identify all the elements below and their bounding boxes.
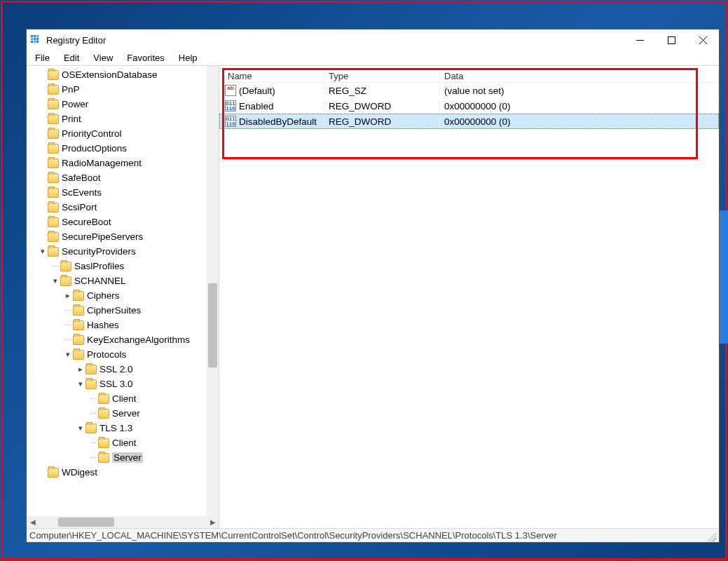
column-name[interactable]: Name (219, 71, 324, 81)
folder-icon (48, 217, 59, 227)
folder-icon (85, 365, 97, 374)
tree-item[interactable]: ▾SSL 3.0 (27, 377, 219, 391)
tree-item[interactable]: Print (27, 111, 219, 126)
tree-item-label: SecurePipeServers (62, 231, 143, 242)
tree-item-label: WDigest (62, 467, 97, 478)
registry-editor-window: Registry Editor File Edit View Favorites… (26, 29, 720, 543)
folder-icon (60, 276, 71, 286)
folder-icon (48, 188, 59, 198)
tree-item-label: Client (112, 438, 137, 448)
tree-item[interactable]: ScEvents (27, 185, 219, 200)
svg-rect-7 (34, 41, 36, 43)
expand-icon[interactable]: ▸ (76, 365, 85, 374)
column-data[interactable]: Data (440, 71, 719, 81)
tree-branch-icon: ⋯ (88, 454, 98, 461)
folder-icon (98, 409, 109, 419)
tree-item[interactable]: ⋯Server (27, 450, 219, 465)
folder-icon (60, 262, 71, 271)
tree-item-label: SSL 2.0 (99, 364, 133, 374)
tree-item-label: PriorityControl (62, 128, 122, 139)
tree-item-label: Client (112, 393, 137, 404)
tree-item[interactable]: ▸SSL 2.0 (27, 362, 219, 377)
tree-item[interactable]: ▾SecurityProviders (27, 244, 219, 259)
tree-item[interactable]: ⋯Client (27, 391, 219, 406)
tree-item-label: Hashes (87, 320, 119, 330)
dword-value-icon: 011110 (225, 116, 236, 127)
close-button[interactable] (687, 29, 719, 50)
registry-tree[interactable]: OSExtensionDatabasePnPPowerPrintPriority… (27, 66, 219, 516)
collapse-icon[interactable]: ▾ (38, 247, 48, 256)
tree-item-label: OSExtensionDatabase (62, 69, 158, 80)
tree-item[interactable]: SecureBoot (27, 215, 219, 229)
tree-item[interactable]: PriorityControl (27, 126, 219, 141)
resize-grip-icon[interactable] (705, 530, 716, 541)
values-pane: Name Type Data ab(Default)REG_SZ(value n… (219, 66, 719, 528)
value-row[interactable]: 011110DisabledByDefaultREG_DWORD0x000000… (219, 114, 719, 129)
svg-rect-1 (34, 35, 36, 37)
tree-item[interactable]: ▾Protocols (27, 347, 219, 362)
collapse-icon[interactable]: ▾ (76, 379, 85, 388)
tree-item[interactable]: SecurePipeServers (27, 229, 219, 244)
tree-item[interactable]: SafeBoot (27, 170, 219, 185)
tree-item[interactable]: ProductOptions (27, 141, 219, 156)
menu-help[interactable]: Help (176, 52, 200, 64)
statusbar: Computer\HKEY_LOCAL_MACHINE\SYSTEM\Curre… (27, 528, 719, 542)
minimize-button[interactable] (624, 29, 656, 50)
tree-item[interactable]: ⋯SaslProfiles (27, 259, 219, 273)
tree-item[interactable]: PnP (27, 82, 219, 97)
value-name: DisabledByDefault (239, 116, 317, 127)
tree-item-label: PnP (62, 84, 80, 95)
column-type[interactable]: Type (324, 71, 440, 81)
tree-item[interactable]: Power (27, 97, 219, 111)
folder-icon (73, 350, 84, 360)
tree-item[interactable]: ▸Ciphers (27, 288, 219, 303)
collapse-icon[interactable]: ▾ (50, 276, 60, 285)
folder-icon (48, 85, 59, 95)
tree-item[interactable]: ⋯Hashes (27, 318, 219, 332)
folder-icon (48, 144, 59, 154)
tree-item-label: SaslProfiles (74, 261, 124, 271)
folder-icon (48, 247, 59, 257)
folder-icon (48, 203, 59, 212)
tree-branch-icon: ⋯ (63, 306, 73, 314)
value-row[interactable]: ab(Default)REG_SZ(value not set) (219, 83, 719, 98)
regedit-icon (31, 34, 42, 46)
tree-item[interactable]: OSExtensionDatabase (27, 67, 219, 82)
maximize-button[interactable] (656, 29, 687, 50)
tree-item[interactable]: ⋯Client (27, 435, 219, 450)
value-type: REG_DWORD (324, 116, 440, 127)
tree-item[interactable]: ⋯CipherSuites (27, 303, 219, 318)
tree-item[interactable]: WDigest (27, 465, 219, 480)
tree-item[interactable]: ⋯Server (27, 406, 219, 421)
menu-edit[interactable]: Edit (61, 52, 82, 64)
svg-rect-2 (36, 35, 39, 37)
tree-item[interactable]: RadioManagement (27, 156, 219, 170)
svg-rect-0 (31, 35, 33, 37)
menu-favorites[interactable]: Favorites (124, 52, 167, 64)
svg-rect-8 (36, 41, 39, 43)
svg-rect-5 (36, 38, 39, 40)
folder-icon (48, 468, 59, 478)
scroll-left-icon[interactable]: ◀ (27, 516, 39, 528)
menu-file[interactable]: File (32, 52, 53, 64)
expand-icon[interactable]: ▸ (63, 291, 73, 300)
collapse-icon[interactable]: ▾ (76, 424, 85, 433)
folder-icon (98, 394, 109, 404)
tree-scrollbar-vertical[interactable] (207, 66, 219, 516)
menu-view[interactable]: View (90, 52, 116, 64)
folder-icon (85, 424, 97, 433)
tree-item[interactable]: ▾TLS 1.3 (27, 421, 219, 435)
collapse-icon[interactable]: ▾ (63, 350, 73, 359)
tree-item[interactable]: ▾SCHANNEL (27, 273, 219, 288)
folder-icon (48, 129, 59, 139)
tree-item[interactable]: ⋯KeyExchangeAlgorithms (27, 332, 219, 347)
tree-item-label: Protocols (87, 349, 126, 360)
tree-item[interactable]: ScsiPort (27, 200, 219, 215)
value-row[interactable]: 011110EnabledREG_DWORD0x00000000 (0) (219, 98, 719, 114)
scroll-right-icon[interactable]: ▶ (207, 516, 219, 528)
tree-item-label: Power (62, 99, 88, 109)
values-header: Name Type Data (219, 66, 719, 83)
value-data: 0x00000000 (0) (440, 101, 719, 111)
tree-scrollbar-horizontal[interactable]: ◀ ▶ (27, 516, 219, 528)
desktop-accent (720, 210, 728, 344)
